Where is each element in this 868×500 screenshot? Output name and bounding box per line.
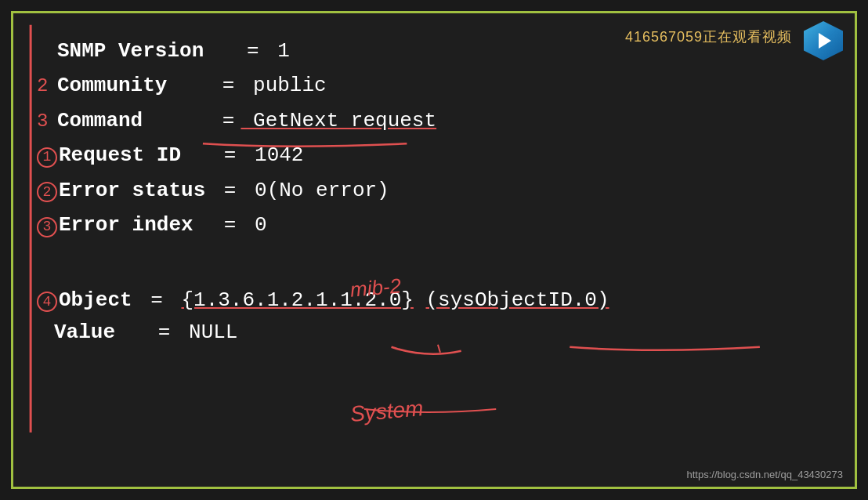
logo-icon (804, 21, 843, 60)
snmp-version-value: 1 (266, 37, 290, 65)
command-equals: = (149, 107, 234, 135)
command-value: GetNext request (241, 107, 436, 135)
error-status-label: Error status (59, 176, 205, 205)
line-marker-3: 3 (37, 108, 54, 135)
main-container: 416567059正在观看视频 SNMP Version = 1 2 Commu… (11, 11, 857, 489)
snmp-version-label: SNMP Version (57, 37, 204, 65)
community-equals: = (173, 71, 234, 100)
line-marker-2: 2 (37, 73, 54, 100)
value-label: Value (54, 318, 115, 346)
watermark: 416567059正在观看视频 (625, 27, 792, 46)
community-value: public (241, 71, 326, 100)
footer-url: https://blog.csdn.net/qq_43430273 (687, 469, 844, 480)
error-status-line: 2 Error status = 0(No error) (37, 176, 831, 205)
community-label: Community (57, 71, 167, 100)
request-id-equals: = (187, 141, 236, 169)
circle-3: 3 (37, 217, 57, 237)
content-area: SNMP Version = 1 2 Community = public 3 … (37, 37, 831, 347)
error-index-line: 3 Error index = 0 (37, 211, 831, 239)
snmp-version-equals: = (210, 37, 259, 65)
object-label: Object (59, 288, 132, 312)
error-index-label: Error index (59, 211, 193, 239)
error-index-equals: = (200, 211, 237, 239)
error-status-value: 0(No error) (242, 176, 389, 205)
value-line: Value = NULL (37, 318, 831, 346)
object-equals: = (139, 288, 175, 312)
request-id-label: Request ID (59, 141, 181, 169)
annotation-system: System (349, 396, 425, 427)
object-line: 4 Object = {1.3.6.1.2.1.1.2.0} (sysObjec… (37, 288, 831, 312)
request-id-line: 1 Request ID = 1042 (37, 141, 831, 169)
object-space (414, 288, 426, 312)
circle-2: 2 (37, 182, 57, 202)
object-sysobjectid: (sysObjectID.0) (426, 288, 609, 312)
command-line: 3 Command = GetNext request (37, 107, 831, 135)
circle-1: 1 (37, 147, 57, 168)
value-equals: = (121, 318, 170, 346)
annotation-mib: mib-2 (349, 274, 402, 303)
error-index-value: 0 (242, 211, 266, 239)
error-status-equals: = (212, 176, 236, 205)
command-label: Command (57, 107, 143, 135)
circle-4: 4 (37, 292, 57, 312)
request-id-value: 1042 (242, 141, 303, 169)
community-line: 2 Community = public (37, 71, 831, 100)
value-null: NULL (176, 318, 237, 346)
